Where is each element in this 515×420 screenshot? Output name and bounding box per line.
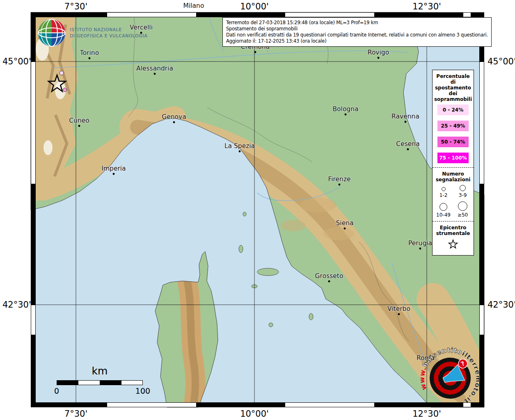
legend-epicenter-title: Epicentro strumentale (434, 225, 472, 236)
legend-signals-title: Numero segnalazioni (434, 171, 472, 183)
ingv-globe-icon (38, 19, 65, 46)
event-disclaimer: Dati non verificati estratti da 19 quest… (226, 32, 488, 38)
map-frame-top (31, 12, 484, 17)
axis-label-left: 42°30' (2, 300, 27, 310)
island-capraia (239, 245, 243, 253)
scale-segment (121, 381, 142, 385)
city-label: Bologna (332, 105, 358, 113)
legend-signal-class: ≥50 (453, 201, 472, 218)
haisentitoilterremoto-watermark: ? www.haisentitoilterremoto.it (412, 340, 488, 418)
island-elba (257, 268, 279, 276)
city-dot (328, 281, 330, 283)
axis-label-top: 10°00' (240, 2, 269, 11)
legend-divider (433, 221, 474, 221)
frame-corner (31, 402, 36, 407)
ingv-name-line2: DI GEOFISICA E VULCANOLOGIA (70, 33, 147, 38)
scale-bar: km 0 100 (57, 365, 143, 396)
island-montecristo (269, 323, 273, 327)
signal-size-circle-icon (458, 201, 467, 211)
legend-color-classes: 0 - 24%25 - 49%50 - 74%75 - 100% (434, 105, 472, 163)
axis-label-right: 45°00' (488, 57, 515, 66)
city-label: Genova (162, 113, 186, 121)
event-info-box: Terremoto del 27-03-2018 15:29:48 (ora l… (222, 17, 492, 47)
city-dot (398, 313, 400, 315)
city-label: Milano (183, 2, 204, 9)
axis-label-top: 7°30' (64, 2, 87, 11)
legend-signal-class: 3-9 (453, 185, 472, 198)
signal-size-label: 10-49 (436, 212, 451, 218)
map-legend: Percentuale di spostamento dei soprammob… (432, 70, 474, 256)
axis-label-right: 42°30' (488, 300, 515, 310)
event-map-type: Spostamento dei soprammobili (226, 26, 488, 32)
city-dot (254, 51, 256, 53)
axis-label-bottom: 10°00' (240, 409, 269, 419)
ingv-logo: ISTITUTO NAZIONALE DI GEOFISICA E VULCAN… (37, 18, 160, 49)
event-title: Terremoto del 27-03-2018 15:29:48 (ora l… (226, 20, 488, 26)
legend-signal-sizes: 1-23-910-49≥50 (434, 185, 472, 218)
city-dot (344, 228, 346, 230)
frame-corner (479, 12, 484, 17)
island-giglio (309, 313, 313, 320)
legend-signal-class: 10-49 (434, 201, 453, 218)
frame-corner (31, 12, 36, 17)
signal-size-label: 1-2 (439, 192, 448, 198)
axis-label-left: 45°00' (2, 57, 27, 66)
scale-segment (57, 381, 78, 385)
city-label: Ravenna (391, 113, 419, 120)
city-dot (173, 121, 175, 123)
page: MilanoVeronaVeneziaVercelliTorinoCremona… (0, 0, 515, 420)
city-dot (405, 121, 407, 123)
map-frame-left (31, 12, 36, 407)
signal-size-circle-icon (460, 185, 466, 191)
legend-title: Percentuale di spostamento dei soprammob… (434, 73, 472, 102)
signal-size-circle-icon (439, 203, 447, 211)
city-dot (154, 73, 156, 75)
city-dot (239, 151, 241, 153)
signal-size-label: ≥50 (458, 212, 468, 218)
city-label: Siena (336, 219, 353, 227)
legend-class-swatch: 75 - 100% (437, 153, 469, 163)
signal-size-label: 3-9 (459, 192, 467, 198)
city-label: Cuneo (69, 117, 89, 124)
scale-end-label: 100 (135, 386, 150, 395)
ingv-name-line1: ISTITUTO NAZIONALE (70, 27, 122, 32)
city-label: Viterbo (387, 305, 410, 313)
city-label: Rovigo (368, 49, 389, 56)
legend-divider (433, 167, 474, 168)
city-dot (89, 57, 91, 59)
city-dot (407, 148, 409, 151)
city-label: Firenze (328, 176, 350, 183)
scale-segment (78, 381, 99, 385)
scale-segment (100, 381, 121, 385)
scale-unit-label: km (57, 365, 143, 377)
legend-class-swatch: 50 - 74% (437, 137, 469, 147)
island-gorgona (243, 212, 246, 216)
city-dot (339, 184, 341, 186)
city-label: La Spezia (224, 142, 255, 150)
city-label: Torino (80, 49, 99, 57)
city-dot (378, 57, 380, 59)
city-label: Grosseto (315, 272, 343, 280)
felt-report-marker (63, 88, 67, 92)
event-updated: Aggiornato il: 17-12-2025 13:43 (ora loc… (226, 38, 488, 44)
scale-bar-segments (57, 380, 143, 385)
city-label: Perugia (408, 240, 432, 247)
city-dot (345, 114, 347, 116)
axis-label-top: 12°30' (412, 2, 441, 11)
felt-report-marker (60, 71, 64, 75)
city-dot (419, 248, 421, 250)
scale-start-label: 0 (54, 386, 59, 395)
axis-label-bottom: 7°30' (64, 409, 87, 419)
city-dot (78, 125, 80, 127)
legend-epicenter-star-icon (434, 239, 472, 252)
city-label: Cesena (396, 140, 419, 148)
legend-class-swatch: 0 - 24% (437, 105, 469, 115)
legend-class-swatch: 25 - 49% (437, 121, 469, 131)
city-dot (113, 173, 115, 175)
city-label: Imperia (101, 165, 126, 172)
legend-signal-class: 1-2 (434, 185, 453, 198)
city-label: Alessandria (136, 65, 173, 72)
signal-size-circle-icon (442, 187, 446, 191)
